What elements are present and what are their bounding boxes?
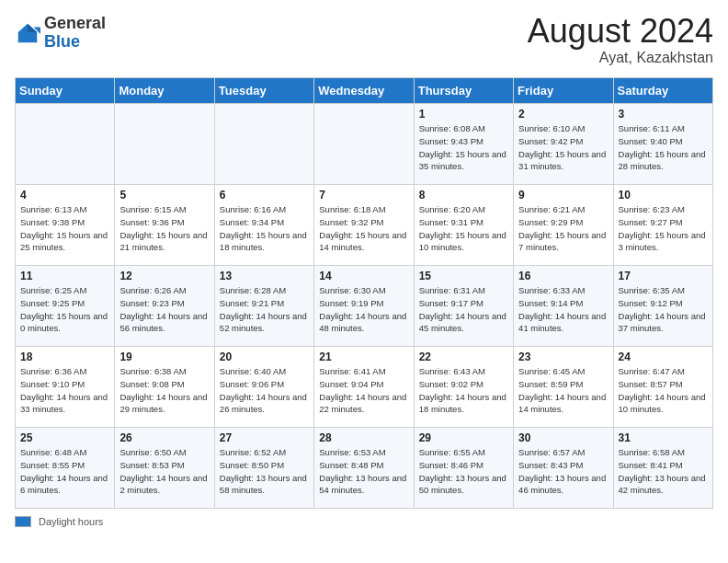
day-number: 5 (119, 189, 209, 201)
calendar-cell: 14Sunrise: 6:30 AMSunset: 9:19 PMDayligh… (314, 266, 414, 347)
calendar-cell (115, 104, 214, 185)
day-info: Sunrise: 6:40 AMSunset: 9:06 PMDaylight:… (220, 365, 309, 416)
calendar-cell: 23Sunrise: 6:45 AMSunset: 8:59 PMDayligh… (514, 347, 613, 428)
day-number: 4 (20, 189, 109, 201)
calendar-cell: 30Sunrise: 6:57 AMSunset: 8:43 PMDayligh… (514, 428, 613, 509)
calendar-cell: 11Sunrise: 6:25 AMSunset: 9:25 PMDayligh… (16, 266, 115, 347)
calendar-cell: 28Sunrise: 6:53 AMSunset: 8:48 PMDayligh… (314, 428, 414, 509)
day-number: 22 (419, 350, 508, 363)
day-info: Sunrise: 6:11 AMSunset: 9:40 PMDaylight:… (619, 122, 708, 173)
day-number: 1 (419, 108, 508, 121)
header-saturday: Saturday (613, 78, 712, 104)
calendar-cell: 20Sunrise: 6:40 AMSunset: 9:06 PMDayligh… (214, 347, 313, 428)
calendar-footer: Daylight hours (15, 516, 713, 527)
day-number: 17 (619, 270, 708, 282)
calendar-cell: 7Sunrise: 6:18 AMSunset: 9:32 PMDaylight… (314, 185, 414, 266)
day-number: 12 (119, 270, 209, 282)
day-number: 3 (619, 108, 708, 121)
day-info: Sunrise: 6:15 AMSunset: 9:36 PMDaylight:… (119, 203, 209, 254)
calendar-cell: 9Sunrise: 6:21 AMSunset: 9:29 PMDaylight… (514, 185, 613, 266)
calendar-cell: 3Sunrise: 6:11 AMSunset: 9:40 PMDaylight… (613, 104, 712, 185)
day-number: 16 (518, 270, 608, 282)
day-info: Sunrise: 6:43 AMSunset: 9:02 PMDaylight:… (419, 365, 508, 416)
logo-icon (15, 20, 40, 46)
day-info: Sunrise: 6:23 AMSunset: 9:27 PMDaylight:… (619, 203, 708, 254)
calendar-cell (214, 104, 313, 185)
day-info: Sunrise: 6:47 AMSunset: 8:57 PMDaylight:… (619, 365, 708, 416)
calendar-cell: 13Sunrise: 6:28 AMSunset: 9:21 PMDayligh… (214, 266, 313, 347)
day-number: 14 (319, 270, 408, 282)
header-tuesday: Tuesday (214, 78, 313, 104)
calendar-cell: 4Sunrise: 6:13 AMSunset: 9:38 PMDaylight… (16, 185, 115, 266)
day-number: 24 (619, 350, 708, 363)
calendar-cell (314, 104, 414, 185)
calendar-cell: 18Sunrise: 6:36 AMSunset: 9:10 PMDayligh… (16, 347, 115, 428)
calendar-cell: 27Sunrise: 6:52 AMSunset: 8:50 PMDayligh… (214, 428, 313, 509)
day-number: 29 (419, 431, 508, 444)
day-number: 18 (20, 350, 109, 363)
day-number: 7 (319, 189, 408, 201)
day-number: 26 (119, 431, 209, 444)
header-monday: Monday (115, 78, 214, 104)
day-info: Sunrise: 6:26 AMSunset: 9:23 PMDaylight:… (119, 284, 209, 335)
day-number: 20 (220, 350, 309, 363)
day-info: Sunrise: 6:35 AMSunset: 9:12 PMDaylight:… (619, 284, 708, 335)
day-number: 19 (119, 350, 209, 363)
header-sunday: Sunday (16, 78, 115, 104)
calendar-cell: 16Sunrise: 6:33 AMSunset: 9:14 PMDayligh… (514, 266, 613, 347)
calendar-table: SundayMondayTuesdayWednesdayThursdayFrid… (15, 77, 713, 509)
calendar-cell: 1Sunrise: 6:08 AMSunset: 9:43 PMDaylight… (414, 104, 513, 185)
calendar-cell: 22Sunrise: 6:43 AMSunset: 9:02 PMDayligh… (414, 347, 513, 428)
day-number: 23 (518, 350, 608, 363)
logo-text: General Blue (44, 15, 106, 52)
day-info: Sunrise: 6:52 AMSunset: 8:50 PMDaylight:… (220, 446, 309, 497)
calendar-cell: 6Sunrise: 6:16 AMSunset: 9:34 PMDaylight… (214, 185, 313, 266)
calendar-cell: 26Sunrise: 6:50 AMSunset: 8:53 PMDayligh… (115, 428, 214, 509)
day-info: Sunrise: 6:38 AMSunset: 9:08 PMDaylight:… (119, 365, 209, 416)
day-info: Sunrise: 6:20 AMSunset: 9:31 PMDaylight:… (419, 203, 508, 254)
calendar-cell: 25Sunrise: 6:48 AMSunset: 8:55 PMDayligh… (16, 428, 115, 509)
month-year-title: August 2024 (528, 15, 713, 48)
day-number: 15 (419, 270, 508, 282)
day-info: Sunrise: 6:55 AMSunset: 8:46 PMDaylight:… (419, 446, 508, 497)
daylight-swatch (15, 516, 31, 527)
day-info: Sunrise: 6:30 AMSunset: 9:19 PMDaylight:… (319, 284, 408, 335)
calendar-cell: 24Sunrise: 6:47 AMSunset: 8:57 PMDayligh… (613, 347, 712, 428)
day-number: 13 (220, 270, 309, 282)
calendar-header-row: SundayMondayTuesdayWednesdayThursdayFrid… (16, 78, 713, 104)
calendar-week-row: 4Sunrise: 6:13 AMSunset: 9:38 PMDaylight… (16, 185, 713, 266)
day-number: 27 (220, 431, 309, 444)
day-info: Sunrise: 6:25 AMSunset: 9:25 PMDaylight:… (20, 284, 109, 335)
logo-blue: Blue (44, 32, 80, 51)
calendar-cell: 12Sunrise: 6:26 AMSunset: 9:23 PMDayligh… (115, 266, 214, 347)
header-wednesday: Wednesday (314, 78, 414, 104)
day-info: Sunrise: 6:58 AMSunset: 8:41 PMDaylight:… (619, 446, 708, 497)
header-thursday: Thursday (414, 78, 513, 104)
day-info: Sunrise: 6:31 AMSunset: 9:17 PMDaylight:… (419, 284, 508, 335)
day-number: 30 (518, 431, 608, 444)
calendar-cell: 21Sunrise: 6:41 AMSunset: 9:04 PMDayligh… (314, 347, 414, 428)
calendar-cell (16, 104, 115, 185)
header-friday: Friday (514, 78, 613, 104)
day-info: Sunrise: 6:33 AMSunset: 9:14 PMDaylight:… (518, 284, 608, 335)
calendar-week-row: 25Sunrise: 6:48 AMSunset: 8:55 PMDayligh… (16, 428, 713, 509)
day-info: Sunrise: 6:13 AMSunset: 9:38 PMDaylight:… (20, 203, 109, 254)
calendar-week-row: 18Sunrise: 6:36 AMSunset: 9:10 PMDayligh… (16, 347, 713, 428)
day-info: Sunrise: 6:10 AMSunset: 9:42 PMDaylight:… (518, 122, 608, 173)
calendar-cell: 10Sunrise: 6:23 AMSunset: 9:27 PMDayligh… (613, 185, 712, 266)
day-info: Sunrise: 6:50 AMSunset: 8:53 PMDaylight:… (119, 446, 209, 497)
day-info: Sunrise: 6:45 AMSunset: 8:59 PMDaylight:… (518, 365, 608, 416)
day-number: 6 (220, 189, 309, 201)
calendar-cell: 2Sunrise: 6:10 AMSunset: 9:42 PMDaylight… (514, 104, 613, 185)
day-info: Sunrise: 6:57 AMSunset: 8:43 PMDaylight:… (518, 446, 608, 497)
day-number: 11 (20, 270, 109, 282)
day-number: 8 (419, 189, 508, 201)
calendar-cell: 8Sunrise: 6:20 AMSunset: 9:31 PMDaylight… (414, 185, 513, 266)
logo: General Blue (15, 15, 106, 52)
day-number: 9 (518, 189, 608, 201)
day-number: 31 (619, 431, 708, 444)
location-subtitle: Ayat, Kazakhstan (528, 50, 713, 66)
calendar-week-row: 11Sunrise: 6:25 AMSunset: 9:25 PMDayligh… (16, 266, 713, 347)
day-info: Sunrise: 6:48 AMSunset: 8:55 PMDaylight:… (20, 446, 109, 497)
day-info: Sunrise: 6:36 AMSunset: 9:10 PMDaylight:… (20, 365, 109, 416)
